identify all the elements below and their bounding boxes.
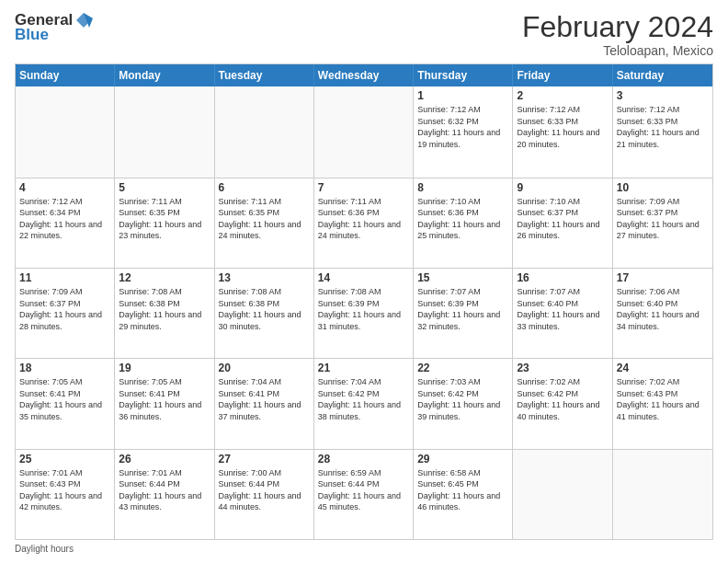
day-info: Sunrise: 7:12 AM Sunset: 6:32 PM Dayligh… bbox=[417, 104, 508, 150]
day-info: Sunrise: 7:07 AM Sunset: 6:40 PM Dayligh… bbox=[517, 286, 608, 332]
title-block: February 2024 Teloloapan, Mexico bbox=[522, 11, 713, 58]
day-number: 5 bbox=[119, 181, 210, 194]
day-info: Sunrise: 7:07 AM Sunset: 6:39 PM Dayligh… bbox=[417, 286, 508, 332]
calendar-cell: 5Sunrise: 7:11 AM Sunset: 6:35 PM Daylig… bbox=[115, 178, 214, 268]
day-number: 22 bbox=[417, 362, 508, 374]
day-info: Sunrise: 7:11 AM Sunset: 6:36 PM Dayligh… bbox=[318, 196, 409, 242]
day-info: Sunrise: 7:04 AM Sunset: 6:41 PM Dayligh… bbox=[219, 376, 310, 422]
calendar-cell bbox=[513, 450, 612, 539]
calendar-cell: 12Sunrise: 7:08 AM Sunset: 6:38 PM Dayli… bbox=[115, 269, 214, 358]
calendar-cell: 18Sunrise: 7:05 AM Sunset: 6:41 PM Dayli… bbox=[16, 359, 115, 448]
day-number: 19 bbox=[119, 362, 210, 374]
calendar-cell: 14Sunrise: 7:08 AM Sunset: 6:39 PM Dayli… bbox=[314, 269, 414, 358]
header-day-tuesday: Tuesday bbox=[215, 64, 314, 86]
day-number: 4 bbox=[19, 181, 110, 194]
calendar-subtitle: Teloloapan, Mexico bbox=[522, 43, 713, 58]
day-info: Sunrise: 7:09 AM Sunset: 6:37 PM Dayligh… bbox=[19, 286, 110, 332]
day-number: 29 bbox=[417, 453, 508, 465]
header-day-sunday: Sunday bbox=[16, 64, 115, 86]
calendar-cell bbox=[314, 86, 414, 177]
day-number: 27 bbox=[219, 453, 310, 465]
footer-text: Daylight hours bbox=[15, 544, 74, 554]
calendar-cell: 23Sunrise: 7:02 AM Sunset: 6:42 PM Dayli… bbox=[513, 359, 612, 448]
calendar-cell: 7Sunrise: 7:11 AM Sunset: 6:36 PM Daylig… bbox=[314, 178, 414, 268]
header-day-wednesday: Wednesday bbox=[314, 64, 414, 86]
day-info: Sunrise: 7:05 AM Sunset: 6:41 PM Dayligh… bbox=[19, 376, 110, 422]
calendar-cell: 11Sunrise: 7:09 AM Sunset: 6:37 PM Dayli… bbox=[16, 269, 115, 358]
calendar-cell: 6Sunrise: 7:11 AM Sunset: 6:35 PM Daylig… bbox=[215, 178, 314, 268]
day-number: 14 bbox=[318, 271, 409, 284]
day-info: Sunrise: 7:12 AM Sunset: 6:33 PM Dayligh… bbox=[617, 104, 709, 150]
calendar-cell bbox=[215, 86, 314, 177]
day-info: Sunrise: 7:02 AM Sunset: 6:43 PM Dayligh… bbox=[617, 376, 709, 422]
day-number: 9 bbox=[517, 181, 608, 194]
calendar-cell: 24Sunrise: 7:02 AM Sunset: 6:43 PM Dayli… bbox=[613, 359, 712, 448]
day-number: 8 bbox=[417, 181, 508, 194]
day-number: 21 bbox=[318, 362, 409, 374]
day-info: Sunrise: 7:08 AM Sunset: 6:39 PM Dayligh… bbox=[318, 286, 409, 332]
day-info: Sunrise: 7:12 AM Sunset: 6:33 PM Dayligh… bbox=[517, 104, 608, 150]
week-row-3: 11Sunrise: 7:09 AM Sunset: 6:37 PM Dayli… bbox=[16, 268, 712, 358]
day-info: Sunrise: 7:01 AM Sunset: 6:43 PM Dayligh… bbox=[19, 467, 110, 513]
calendar-cell: 22Sunrise: 7:03 AM Sunset: 6:42 PM Dayli… bbox=[414, 359, 513, 448]
day-number: 26 bbox=[119, 453, 210, 465]
calendar-cell: 27Sunrise: 7:00 AM Sunset: 6:44 PM Dayli… bbox=[215, 450, 314, 539]
day-number: 7 bbox=[318, 181, 409, 194]
calendar-cell: 9Sunrise: 7:10 AM Sunset: 6:37 PM Daylig… bbox=[513, 178, 612, 268]
calendar-cell: 15Sunrise: 7:07 AM Sunset: 6:39 PM Dayli… bbox=[414, 269, 513, 358]
calendar-cell: 2Sunrise: 7:12 AM Sunset: 6:33 PM Daylig… bbox=[513, 86, 612, 177]
day-number: 23 bbox=[517, 362, 608, 374]
calendar-cell: 13Sunrise: 7:08 AM Sunset: 6:38 PM Dayli… bbox=[215, 269, 314, 358]
calendar-cell: 17Sunrise: 7:06 AM Sunset: 6:40 PM Dayli… bbox=[613, 269, 712, 358]
day-info: Sunrise: 6:59 AM Sunset: 6:44 PM Dayligh… bbox=[318, 467, 409, 513]
calendar: SundayMondayTuesdayWednesdayThursdayFrid… bbox=[15, 63, 713, 540]
day-number: 16 bbox=[517, 271, 608, 284]
calendar-cell: 21Sunrise: 7:04 AM Sunset: 6:42 PM Dayli… bbox=[314, 359, 414, 448]
week-row-5: 25Sunrise: 7:01 AM Sunset: 6:43 PM Dayli… bbox=[16, 449, 712, 539]
day-number: 17 bbox=[617, 271, 709, 284]
calendar-cell bbox=[613, 450, 712, 539]
day-info: Sunrise: 7:10 AM Sunset: 6:37 PM Dayligh… bbox=[517, 196, 608, 242]
day-info: Sunrise: 7:11 AM Sunset: 6:35 PM Dayligh… bbox=[219, 196, 310, 242]
day-info: Sunrise: 7:03 AM Sunset: 6:42 PM Dayligh… bbox=[417, 376, 508, 422]
footer: Daylight hours bbox=[15, 544, 713, 554]
calendar-cell: 10Sunrise: 7:09 AM Sunset: 6:37 PM Dayli… bbox=[613, 178, 712, 268]
calendar-header-row: SundayMondayTuesdayWednesdayThursdayFrid… bbox=[16, 64, 712, 86]
calendar-cell: 28Sunrise: 6:59 AM Sunset: 6:44 PM Dayli… bbox=[314, 450, 414, 539]
day-info: Sunrise: 7:12 AM Sunset: 6:34 PM Dayligh… bbox=[19, 196, 110, 242]
logo: General Blue bbox=[15, 11, 93, 44]
calendar-body: 1Sunrise: 7:12 AM Sunset: 6:32 PM Daylig… bbox=[16, 86, 712, 539]
week-row-4: 18Sunrise: 7:05 AM Sunset: 6:41 PM Dayli… bbox=[16, 358, 712, 448]
day-info: Sunrise: 7:02 AM Sunset: 6:42 PM Dayligh… bbox=[517, 376, 608, 422]
day-info: Sunrise: 7:01 AM Sunset: 6:44 PM Dayligh… bbox=[119, 467, 210, 513]
day-number: 18 bbox=[19, 362, 110, 374]
calendar-cell bbox=[16, 86, 115, 177]
day-info: Sunrise: 7:04 AM Sunset: 6:42 PM Dayligh… bbox=[318, 376, 409, 422]
day-info: Sunrise: 7:06 AM Sunset: 6:40 PM Dayligh… bbox=[617, 286, 709, 332]
page: General Blue February 2024 Teloloapan, M… bbox=[0, 0, 728, 563]
day-number: 28 bbox=[318, 453, 409, 465]
calendar-cell: 16Sunrise: 7:07 AM Sunset: 6:40 PM Dayli… bbox=[513, 269, 612, 358]
calendar-cell: 25Sunrise: 7:01 AM Sunset: 6:43 PM Dayli… bbox=[16, 450, 115, 539]
day-number: 12 bbox=[119, 271, 210, 284]
day-number: 11 bbox=[19, 271, 110, 284]
calendar-cell: 19Sunrise: 7:05 AM Sunset: 6:41 PM Dayli… bbox=[115, 359, 214, 448]
day-info: Sunrise: 7:09 AM Sunset: 6:37 PM Dayligh… bbox=[617, 196, 709, 242]
day-info: Sunrise: 7:05 AM Sunset: 6:41 PM Dayligh… bbox=[119, 376, 210, 422]
day-number: 10 bbox=[617, 181, 709, 194]
day-number: 25 bbox=[19, 453, 110, 465]
day-info: Sunrise: 7:08 AM Sunset: 6:38 PM Dayligh… bbox=[119, 286, 210, 332]
header: General Blue February 2024 Teloloapan, M… bbox=[15, 11, 713, 58]
logo-blue: Blue bbox=[15, 26, 49, 44]
header-day-friday: Friday bbox=[513, 64, 612, 86]
calendar-cell: 26Sunrise: 7:01 AM Sunset: 6:44 PM Dayli… bbox=[115, 450, 214, 539]
day-number: 13 bbox=[219, 271, 310, 284]
header-day-saturday: Saturday bbox=[613, 64, 712, 86]
day-number: 3 bbox=[617, 89, 709, 102]
day-info: Sunrise: 7:08 AM Sunset: 6:38 PM Dayligh… bbox=[219, 286, 310, 332]
day-info: Sunrise: 6:58 AM Sunset: 6:45 PM Dayligh… bbox=[417, 467, 508, 513]
calendar-cell: 8Sunrise: 7:10 AM Sunset: 6:36 PM Daylig… bbox=[414, 178, 513, 268]
day-info: Sunrise: 7:00 AM Sunset: 6:44 PM Dayligh… bbox=[219, 467, 310, 513]
day-info: Sunrise: 7:10 AM Sunset: 6:36 PM Dayligh… bbox=[417, 196, 508, 242]
day-number: 6 bbox=[219, 181, 310, 194]
